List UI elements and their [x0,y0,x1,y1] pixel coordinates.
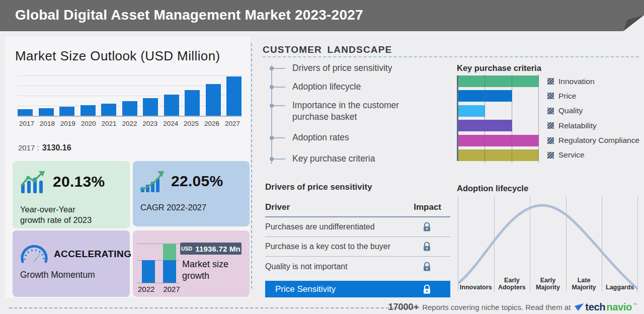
footer-dashed-line [9,307,419,308]
yoy-growth-card: 20.13% Year-over-Year growth rate of 202… [13,161,130,228]
legend-swatch-icon [547,152,554,159]
legend-swatch-icon [547,78,554,85]
footer-text: Reports covering niche topics. Read them… [422,303,571,311]
bar-2027 [226,76,242,116]
driver-column-header: Driver [265,202,290,212]
mini-bar-2027-growth [163,244,176,260]
page-title: Global Digital Asset Management Market 2… [15,7,363,23]
footer: 17000+ Reports covering niche topics. Re… [388,301,637,313]
technavio-arrow-icon [574,303,584,312]
momentum-value: ACCELERATING [54,249,131,260]
usd-amount-badge: USD 11936.72 Mn [180,243,242,255]
drivers-title: Drivers of price sensitivity [265,182,372,192]
legend-swatch-icon [547,108,554,114]
bar-2026 [206,84,221,116]
bar-2023 [143,98,158,116]
report-count: 17000+ [388,302,419,312]
base-year-value: 2017 :3130.16 [18,143,71,152]
technavio-logo[interactable]: technavio™ [574,301,637,313]
lock-icon [423,284,431,294]
cagr-label: CAGR 2022-2027 [140,202,206,213]
momentum-label: Growth Momentum [20,270,95,280]
bar-2025 [185,90,200,116]
legend-swatch-icon [547,122,554,129]
yoy-label: Year-over-Year growth rate of 2023 [20,204,92,225]
purchase-criteria-title: Key purchase criteria [457,63,541,73]
landscape-item-list: Drivers of price sensitivity Adoption li… [271,62,445,172]
market-size-growth-card: 2022 2027 USD 11936.72 Mn Market size gr… [133,230,250,297]
purchase-criteria-legend: Innovation Price Quality Relatability Re… [547,75,639,161]
bar-2021 [101,104,116,116]
growth-arrow-icon [140,170,165,192]
customer-landscape-title: CUSTOMER LANDSCAPE [263,44,392,55]
growth-mini-chart: 2022 2027 [137,241,183,291]
table-row: Quality is not important [265,257,450,276]
impact-column-header: Impact [414,202,441,212]
purchase-criteria-chart [457,75,538,161]
criteria-bar-regulatory-compliance [458,135,539,146]
bar-2024 [164,95,179,116]
list-item: Importance in the customer purchase bask… [271,100,437,123]
speedometer-icon [20,244,49,265]
mini-bar-2027-base [163,260,176,283]
market-size-title: Market Size Outlook (USD Million) [15,48,220,64]
criteria-bar-quality [458,105,485,117]
list-item: Adoption lifecycle [271,81,445,93]
bar-2019 [59,107,74,116]
list-item: Key purchase criteria [271,153,445,165]
mini-bar-2022 [142,260,155,283]
header-banner: Global Digital Asset Management Market 2… [0,0,644,31]
criteria-bar-service [458,149,539,161]
table-row: Purchases are undifferentiated [265,217,450,237]
list-item: Adoption rates [271,132,445,143]
bar-2020 [80,105,96,116]
x-axis-year-labels: 2017 2018 2019 2020 2021 2022 2023 2024 … [18,120,242,127]
bar-2017 [18,109,33,116]
growth-label: Market size growth [182,259,228,282]
lifecycle-stage-labels: Innovators Early Adopters Early Majority… [458,277,638,291]
yoy-value: 20.13% [53,173,105,190]
cagr-value: 22.05% [171,173,223,190]
market-size-bar-chart [18,75,242,117]
adoption-lifecycle-chart: Innovators Early Adopters Early Majority… [458,196,638,292]
drivers-table: Driver Impact Purchases are undifferenti… [265,200,450,297]
legend-swatch-icon [547,93,554,99]
criteria-bar-price [458,90,512,102]
price-sensitivity-highlight-row: Price Sensitivity [265,281,450,297]
criteria-bar-relatability [458,120,512,131]
table-row: Purchase is a key cost to the buyer [265,237,450,257]
list-item: Drivers of price sensitivity [271,62,445,74]
bar-2022 [122,101,137,116]
lock-icon [423,242,431,252]
criteria-bar-innovation [458,75,539,87]
bar-2018 [39,108,54,116]
growth-momentum-card: ACCELERATING Growth Momentum [13,230,130,297]
dashed-underline [263,56,639,57]
vertical-dashed-divider [251,43,252,289]
legend-swatch-icon [547,137,554,144]
bar-chart-trend-icon [20,170,47,193]
lock-icon [423,222,431,232]
adoption-lifecycle-title: Adoption lifecycle [457,184,528,193]
lock-icon [423,262,431,272]
cagr-card: 22.05% CAGR 2022-2027 [133,161,250,226]
